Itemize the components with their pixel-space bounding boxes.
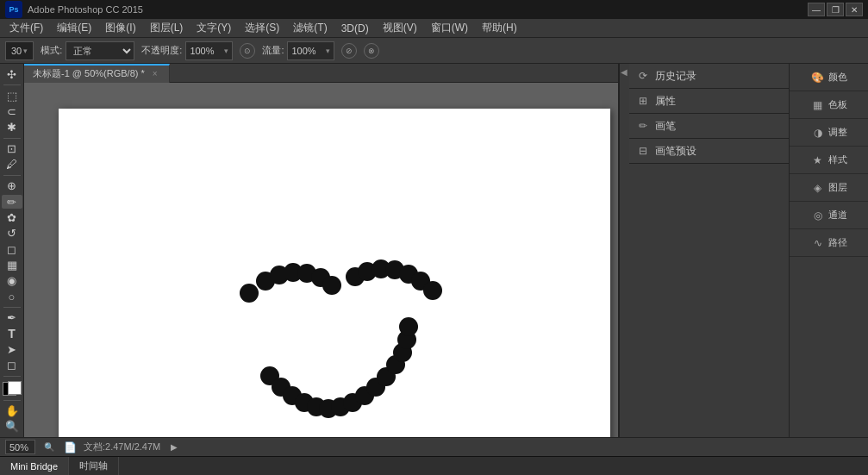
toolbar-separator-4 (3, 307, 21, 308)
menu-select[interactable]: 选择(S) (239, 19, 285, 37)
flow-input[interactable]: 100% ▾ (287, 41, 334, 60)
airbrush-icon[interactable]: ⊙ (240, 43, 255, 59)
menu-view[interactable]: 视图(V) (377, 19, 423, 37)
canvas-wrapper (59, 109, 610, 437)
menu-help[interactable]: 帮助(H) (476, 19, 523, 37)
tablet-pressure2-icon[interactable]: ⊗ (364, 43, 379, 59)
panel-history-header[interactable]: ⟳ 历史记录 (629, 64, 790, 88)
tool-pen[interactable]: ✒ (2, 311, 22, 325)
panel-paths[interactable]: ∿ 路径 (790, 229, 868, 257)
tool-history-brush[interactable]: ↺ (2, 227, 22, 241)
layers-panel-icon: ◈ (811, 181, 825, 195)
ps-logo: Ps (5, 1, 22, 18)
paths-panel-label: 路径 (828, 236, 847, 249)
restore-button[interactable]: ❐ (827, 3, 844, 16)
tool-lasso[interactable]: ⊂ (2, 104, 22, 118)
arrow-right-icon[interactable]: ▶ (167, 441, 181, 454)
tool-type[interactable]: T (2, 327, 22, 341)
color-panel-icon: 🎨 (811, 71, 825, 84)
panel-brush-title: 画笔 (655, 119, 783, 134)
tablet-pressure-icon[interactable]: ⊘ (341, 43, 357, 59)
toolbar-separator-3 (3, 175, 21, 176)
document-tab-bar: 未标题-1 @ 50%(RGB/8) * × (24, 64, 618, 83)
main-area: ✣ ⬚ ⊂ ✱ ⊡ 🖊 ⊕ ✏ ✿ ↺ ◻ ▦ ◉ ○ ✒ T ➤ ◻ ✋ 🔍 (0, 64, 868, 437)
tool-brush[interactable]: ✏ (2, 195, 22, 209)
title-bar-left: Ps Adobe Photoshop CC 2015 (5, 1, 143, 18)
tab-mini-bridge[interactable]: Mini Bridge (0, 457, 69, 476)
minimize-button[interactable]: — (808, 3, 825, 16)
panel-swatches[interactable]: ▦ 色板 (790, 91, 868, 119)
options-bar: 30 ▾ 模式: 正常 不透明度: 100% ▾ ⊙ 流量: 100% ▾ ⊘ … (0, 38, 868, 64)
swatches-panel-icon: ▦ (811, 98, 825, 112)
right-panels: ◀ ⟳ 历史记录 ⊞ 属性 ✏ 画笔 (618, 64, 868, 437)
panel-main: ⟳ 历史记录 ⊞ 属性 ✏ 画笔 ⊟ 画笔预设 (629, 64, 790, 437)
tool-clone[interactable]: ✿ (2, 210, 22, 224)
flow-option: 流量: 100% ▾ (262, 41, 334, 60)
color-panel-label: 颜色 (828, 71, 847, 84)
tool-crop[interactable]: ⊡ (2, 142, 22, 156)
zoom-in-icon[interactable]: 🔍 (42, 441, 56, 454)
panel-brush-header[interactable]: ✏ 画笔 (629, 114, 790, 138)
adjustments-panel-label: 调整 (828, 126, 847, 139)
tool-path-selection[interactable]: ➤ (2, 342, 22, 356)
menu-text[interactable]: 文字(Y) (190, 19, 237, 37)
panel-collapse-arrow[interactable]: ◀ (619, 64, 629, 437)
panel-brush: ✏ 画笔 (629, 114, 790, 139)
toolbar-separator (3, 84, 21, 85)
panel-properties: ⊞ 属性 (629, 89, 790, 114)
brush-size-display[interactable]: 30 ▾ (5, 41, 34, 60)
document-icon: 📄 (63, 441, 77, 454)
tool-hand[interactable]: ✋ (2, 403, 22, 417)
panel-brush-presets: ⊟ 画笔预设 (629, 139, 790, 164)
panel-brush-presets-header[interactable]: ⊟ 画笔预设 (629, 139, 790, 163)
panel-properties-header[interactable]: ⊞ 属性 (629, 89, 790, 113)
zoom-input[interactable] (5, 440, 35, 454)
main-canvas[interactable] (59, 109, 610, 437)
tool-zoom[interactable]: 🔍 (2, 420, 22, 434)
tool-move[interactable]: ✣ (2, 67, 22, 81)
close-button[interactable]: ✕ (846, 3, 863, 16)
menu-3d[interactable]: 3D(D) (335, 21, 375, 36)
panel-styles[interactable]: ★ 样式 (790, 147, 868, 174)
menu-edit[interactable]: 编辑(E) (51, 19, 97, 37)
panel-layers[interactable]: ◈ 图层 (790, 174, 868, 202)
panel-adjustments[interactable]: ◑ 调整 (790, 119, 868, 147)
canvas-scroll-area[interactable] (24, 83, 618, 437)
opacity-option: 不透明度: 100% ▾ (141, 41, 233, 60)
tool-eraser[interactable]: ◻ (2, 242, 22, 256)
tool-shape[interactable]: ◻ (2, 359, 22, 372)
tool-magic-wand[interactable]: ✱ (2, 121, 22, 134)
tool-blur[interactable]: ◉ (2, 274, 22, 288)
panel-color[interactable]: 🎨 颜色 (790, 64, 868, 91)
panel-icons: 🎨 颜色 ▦ 色板 ◑ 调整 ★ 样式 ◈ 图层 ◎ 通道 (790, 64, 868, 437)
tool-gradient[interactable]: ▦ (2, 258, 22, 272)
document-tab[interactable]: 未标题-1 @ 50%(RGB/8) * × (24, 64, 170, 83)
menu-layer[interactable]: 图层(L) (144, 19, 190, 37)
document-title: 未标题-1 @ 50%(RGB/8) * (33, 67, 145, 80)
channels-panel-label: 通道 (828, 209, 847, 222)
channels-panel-icon: ◎ (811, 209, 825, 222)
tool-eyedropper[interactable]: 🖊 (2, 158, 22, 172)
tool-marquee[interactable]: ⬚ (2, 89, 22, 103)
toolbar-separator-6 (3, 400, 21, 401)
tab-timeline[interactable]: 时间轴 (69, 457, 119, 476)
menu-image[interactable]: 图像(I) (99, 19, 141, 37)
background-color[interactable] (8, 381, 22, 395)
menu-filter[interactable]: 滤镜(T) (287, 19, 333, 37)
left-toolbar: ✣ ⬚ ⊂ ✱ ⊡ 🖊 ⊕ ✏ ✿ ↺ ◻ ▦ ◉ ○ ✒ T ➤ ◻ ✋ 🔍 (0, 64, 24, 437)
color-swatches[interactable] (3, 382, 22, 395)
adjustments-panel-icon: ◑ (811, 126, 825, 140)
tool-healing[interactable]: ⊕ (2, 179, 22, 193)
menu-window[interactable]: 窗口(W) (425, 19, 474, 37)
mode-select[interactable]: 正常 (66, 41, 134, 60)
document-close[interactable]: × (150, 69, 160, 79)
title-text: Adobe Photoshop CC 2015 (28, 4, 143, 15)
menu-file[interactable]: 文件(F) (3, 19, 49, 37)
bottom-bar: Mini Bridge 时间轴 (0, 456, 868, 475)
styles-panel-label: 样式 (828, 153, 847, 166)
panel-channels[interactable]: ◎ 通道 (790, 202, 868, 229)
tool-dodge[interactable]: ○ (2, 290, 22, 303)
opacity-input[interactable]: 100% ▾ (185, 41, 233, 60)
swatches-panel-label: 色板 (828, 98, 847, 111)
layers-panel-label: 图层 (828, 181, 847, 194)
